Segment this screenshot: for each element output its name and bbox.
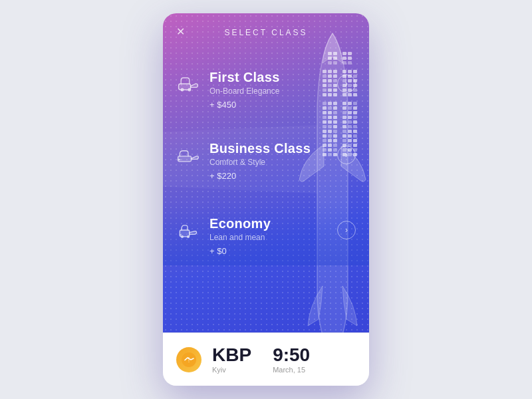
- first-class-arrow[interactable]: ›: [337, 74, 356, 93]
- business-class-subtitle: Comfort & Style: [209, 158, 328, 167]
- first-class-subtitle: On-Board Elegance: [209, 86, 328, 96]
- first-class-price: + $450: [209, 100, 328, 110]
- first-class-icon: [176, 72, 200, 96]
- economy-class-arrow[interactable]: ›: [337, 221, 356, 239]
- business-class-arrow[interactable]: ›: [337, 146, 356, 164]
- svg-point-1: [181, 88, 184, 91]
- economy-class-item[interactable]: Economy Lean and mean + $0 ›: [163, 203, 369, 265]
- svg-point-6: [188, 236, 190, 238]
- business-class-info: Business Class Comfort & Style + $220: [209, 140, 328, 181]
- business-class-item[interactable]: Business Class Comfort & Style + $220 ›: [163, 128, 369, 190]
- economy-class-subtitle: Lean and mean: [209, 233, 328, 242]
- economy-class-icon: [176, 218, 200, 242]
- airport-city: Kyiv: [212, 366, 251, 374]
- close-button[interactable]: ✕: [176, 27, 185, 37]
- business-class-name: Business Class: [209, 140, 328, 156]
- card-footer: KBP Kyiv 9:50 March, 15: [163, 332, 369, 386]
- flight-time: 9:50: [273, 346, 310, 364]
- svg-point-5: [182, 236, 184, 238]
- svg-rect-3: [178, 156, 192, 162]
- footer-airport: KBP Kyiv: [212, 346, 251, 374]
- card-main: ✕ SELECT CLASS: [163, 13, 369, 332]
- classes-container: First Class On-Board Elegance + $450 ›: [163, 44, 369, 272]
- economy-class-name: Economy: [209, 215, 328, 231]
- economy-class-info: Economy Lean and mean + $0: [209, 215, 328, 256]
- select-class-card: ✕ SELECT CLASS: [163, 13, 369, 386]
- airline-logo: [176, 347, 201, 372]
- flight-date: March, 15: [273, 366, 310, 374]
- header: ✕ SELECT CLASS: [163, 13, 369, 44]
- first-class-item[interactable]: First Class On-Board Elegance + $450 ›: [163, 57, 369, 119]
- airport-code: KBP: [212, 346, 251, 364]
- svg-point-7: [182, 352, 196, 367]
- first-class-name: First Class: [209, 69, 328, 85]
- economy-class-price: + $0: [209, 246, 328, 256]
- business-class-price: + $220: [209, 171, 328, 181]
- footer-time: 9:50 March, 15: [273, 346, 310, 374]
- header-title: SELECT CLASS: [224, 28, 307, 37]
- first-class-info: First Class On-Board Elegance + $450: [209, 69, 328, 110]
- svg-point-2: [188, 88, 191, 91]
- business-class-icon: [176, 143, 200, 167]
